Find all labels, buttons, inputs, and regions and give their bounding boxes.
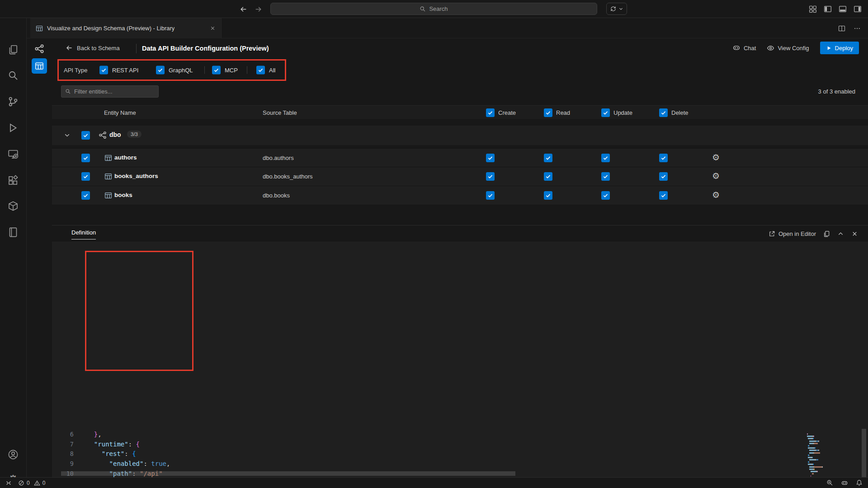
open-in-editor-button[interactable]: Open in Editor — [769, 230, 816, 237]
row-perm-checkbox-delete[interactable] — [659, 172, 668, 181]
perm-header-checkbox-delete[interactable] — [659, 108, 668, 117]
definition-tab[interactable]: Definition — [71, 229, 96, 239]
notebook-icon[interactable] — [0, 227, 26, 238]
row-checkbox-authors[interactable] — [81, 154, 90, 162]
minimap-line — [806, 436, 844, 437]
collapse-panel-icon[interactable] — [837, 230, 844, 237]
row-checkbox-books_authors[interactable] — [81, 172, 90, 181]
api-type-label: API Type — [64, 67, 88, 74]
chat-button[interactable]: Chat — [732, 44, 756, 52]
deploy-button[interactable]: Deploy — [820, 42, 859, 54]
copilot-chat-icon — [732, 44, 741, 52]
perm-header-checkbox-update[interactable] — [601, 108, 610, 117]
nav-back-icon[interactable] — [240, 5, 247, 13]
copy-icon[interactable] — [823, 230, 830, 237]
database-projects-icon[interactable] — [0, 201, 26, 211]
perm-column-update: Update — [601, 108, 632, 117]
back-to-schema-button[interactable]: Back to Schema — [66, 44, 120, 52]
minimap-line — [806, 433, 844, 435]
search-sidebar-icon[interactable] — [0, 70, 26, 81]
row-perm-checkbox-read[interactable] — [544, 191, 552, 200]
api-option-checkbox-all[interactable] — [256, 66, 265, 75]
external-link-icon — [769, 230, 775, 237]
group-checkbox[interactable] — [81, 131, 90, 140]
copilot-status-icon[interactable] — [841, 479, 848, 487]
row-perm-checkbox-create[interactable] — [486, 191, 495, 200]
row-perm-checkbox-create[interactable] — [486, 172, 495, 181]
table-row[interactable]: books_authorsdbo.books_authors⚙ — [52, 167, 868, 186]
check-icon — [258, 67, 264, 73]
page-title: Data API Builder Configuration (Preview) — [142, 45, 269, 52]
minimap-line — [806, 473, 844, 474]
explorer-icon[interactable] — [0, 44, 26, 55]
tab-close-icon[interactable] — [210, 25, 216, 31]
row-perm-checkbox-delete[interactable] — [659, 154, 668, 162]
row-checkbox-books[interactable] — [81, 191, 90, 200]
table-row[interactable]: booksdbo.books⚙ — [52, 186, 868, 205]
chevron-down-icon[interactable] — [64, 132, 71, 139]
row-perm-checkbox-read[interactable] — [544, 154, 552, 162]
row-perm-checkbox-update[interactable] — [601, 154, 610, 162]
minimap-line — [806, 452, 844, 454]
account-icon[interactable] — [0, 449, 26, 460]
schema-visualize-icon[interactable] — [34, 44, 44, 54]
minimap-line — [806, 455, 844, 456]
row-settings-gear-icon[interactable]: ⚙ — [712, 153, 720, 162]
perm-header-checkbox-read[interactable] — [544, 108, 552, 117]
column-source-table: Source Table — [263, 109, 297, 116]
check-icon — [487, 110, 493, 116]
view-config-button[interactable]: View Config — [767, 44, 809, 52]
entity-name: books — [114, 192, 132, 198]
row-perm-checkbox-delete[interactable] — [659, 191, 668, 200]
designer-active-button[interactable] — [32, 58, 47, 74]
bell-icon[interactable] — [856, 479, 863, 486]
api-option-checkbox-mcp[interactable] — [212, 66, 221, 75]
row-perm-checkbox-update[interactable] — [601, 191, 610, 200]
minimap-line — [806, 461, 844, 463]
definition-code-editor[interactable]: 6789101112131415161718192021222324252627… — [52, 429, 868, 477]
vertical-scrollbar[interactable] — [862, 429, 866, 477]
horizontal-scrollbar[interactable] — [61, 471, 515, 476]
remote-explorer-icon[interactable] — [0, 149, 26, 160]
row-settings-gear-icon[interactable]: ⚙ — [712, 191, 720, 200]
toggle-secondary-sidebar-icon[interactable] — [854, 5, 862, 13]
extensions-icon[interactable] — [0, 175, 26, 186]
toggle-panel-icon[interactable] — [839, 5, 847, 13]
deploy-label: Deploy — [835, 45, 853, 52]
row-perm-checkbox-read[interactable] — [544, 172, 552, 181]
title-bar: Search — [0, 0, 868, 18]
entity-name: books_authors — [114, 173, 158, 179]
toggle-primary-sidebar-icon[interactable] — [824, 5, 832, 13]
close-panel-icon[interactable] — [851, 230, 858, 237]
perm-header-checkbox-create[interactable] — [486, 108, 495, 117]
status-bar: 0 0 — [0, 477, 868, 488]
row-perm-checkbox-create[interactable] — [486, 154, 495, 162]
zoom-icon[interactable] — [826, 479, 833, 486]
separator — [247, 66, 247, 74]
api-option-checkbox-rest-api[interactable] — [99, 66, 108, 75]
row-settings-gear-icon[interactable]: ⚙ — [712, 172, 720, 181]
filter-placeholder: Filter entities... — [74, 88, 113, 95]
command-center-search[interactable]: Search — [270, 3, 597, 15]
customize-layout-icon[interactable] — [809, 5, 817, 13]
row-perm-checkbox-update[interactable] — [601, 172, 610, 181]
table-row[interactable]: authorsdbo.authors⚙ — [52, 148, 868, 167]
split-editor-icon[interactable] — [838, 25, 845, 32]
back-to-schema-label: Back to Schema — [77, 45, 120, 52]
run-debug-icon[interactable] — [0, 122, 26, 133]
filter-entities-input[interactable]: Filter entities... — [61, 85, 159, 98]
source-control-icon[interactable] — [0, 96, 26, 107]
minimap-line — [806, 443, 844, 444]
problems-indicator[interactable]: 0 0 — [18, 480, 45, 486]
code-content: }, "runtime": { "rest": { "enabled": tru… — [86, 430, 193, 477]
sync-button[interactable] — [606, 3, 627, 15]
schema-group-row[interactable]: dbo 3/3 — [52, 126, 868, 145]
more-actions-icon[interactable] — [854, 25, 861, 32]
minimap[interactable] — [806, 433, 844, 477]
nav-forward-icon[interactable] — [255, 5, 262, 13]
code-line: "enabled": true, — [86, 459, 193, 469]
remote-indicator[interactable] — [5, 480, 12, 486]
api-option-checkbox-graphql[interactable] — [156, 66, 165, 75]
check-icon — [101, 67, 107, 73]
tab-visualize-schema[interactable]: Visualize and Design Schema (Preview) - … — [30, 18, 222, 38]
